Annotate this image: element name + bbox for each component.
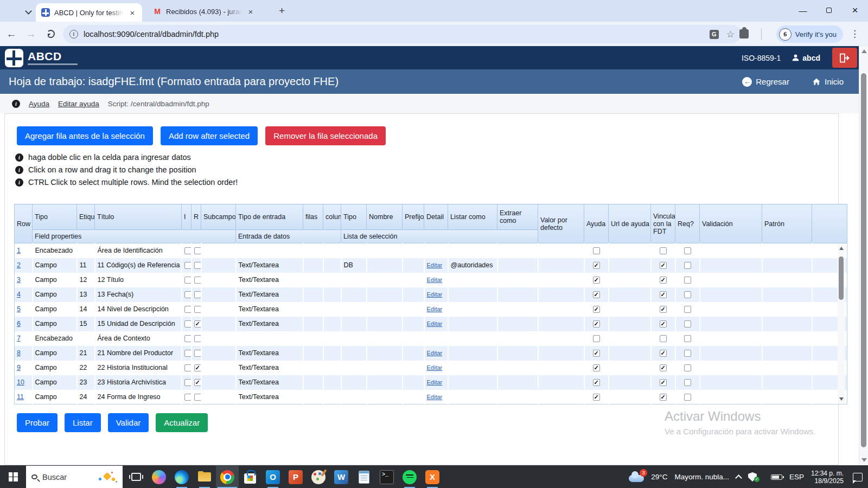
req-checkbox[interactable] — [684, 247, 691, 254]
cell-subcampos[interactable] — [201, 317, 236, 331]
table-row-9[interactable]: 9Campo2222 Historia InstitucionalText/Te… — [15, 361, 847, 375]
i-checkbox[interactable] — [184, 335, 192, 342]
cell-validacion[interactable] — [700, 375, 762, 390]
cell-url_ayuda[interactable] — [609, 243, 651, 258]
cell-url_ayuda[interactable] — [609, 331, 651, 346]
cell-etiqueta[interactable]: 22 — [77, 361, 95, 375]
cell-filas[interactable] — [303, 346, 323, 361]
logout-button[interactable] — [832, 48, 857, 68]
table-scrollbar[interactable] — [838, 245, 845, 403]
cell-columnas[interactable] — [323, 273, 341, 287]
cell-filas[interactable] — [303, 375, 323, 390]
cell-entrada[interactable] — [236, 243, 303, 258]
cell-etiqueta[interactable]: 13 — [77, 287, 95, 302]
cell-entrada[interactable]: Text/Textarea — [236, 302, 303, 317]
req-checkbox[interactable] — [684, 306, 691, 313]
taskbar-app-chrome[interactable] — [216, 466, 239, 488]
cell-subcampos[interactable] — [201, 361, 236, 375]
back-icon[interactable]: ← — [3, 28, 20, 40]
cell-listar_como[interactable] — [448, 331, 497, 346]
cell-titulo[interactable]: Área de Identificación — [95, 243, 182, 258]
cell-ayuda[interactable] — [584, 317, 609, 331]
forward-icon[interactable]: → — [23, 28, 39, 40]
cell-extraer_como[interactable] — [497, 361, 538, 375]
cell-vincular[interactable] — [651, 317, 675, 331]
cell-tipo[interactable]: Campo — [33, 273, 77, 287]
cell-detail[interactable]: Editar — [424, 375, 448, 390]
table-row-1[interactable]: 1EncabezadoÁrea de Identificación — [15, 243, 847, 258]
ayuda-checkbox[interactable] — [593, 291, 600, 298]
row-number-link[interactable]: 6 — [17, 320, 21, 328]
cell-r[interactable] — [192, 317, 201, 331]
cell-row[interactable]: 11 — [15, 390, 33, 404]
editar-link[interactable]: Editar — [427, 350, 443, 356]
cell-tipo_sel[interactable] — [341, 361, 367, 375]
cell-etiqueta[interactable]: 24 — [77, 390, 95, 404]
cell-url_ayuda[interactable] — [609, 258, 651, 273]
cell-entrada[interactable]: Text/Textarea — [236, 287, 303, 302]
r-checkbox[interactable] — [194, 379, 201, 386]
translate-icon[interactable]: G — [710, 30, 719, 39]
i-checkbox[interactable] — [184, 306, 192, 313]
ayuda-checkbox[interactable] — [593, 350, 600, 357]
taskbar-app-task-view[interactable] — [125, 466, 148, 488]
cell-tipo_sel[interactable] — [341, 390, 367, 404]
cell-prefijo[interactable] — [403, 375, 424, 390]
cell-etiqueta[interactable]: 21 — [77, 346, 95, 361]
cell-entrada[interactable]: Text/Textarea — [236, 375, 303, 390]
row-number-link[interactable]: 11 — [17, 393, 24, 401]
cell-ayuda[interactable] — [584, 361, 609, 375]
r-checkbox[interactable] — [194, 262, 201, 269]
cell-r[interactable] — [192, 375, 201, 390]
cell-patron[interactable] — [762, 331, 812, 346]
req-checkbox[interactable] — [684, 320, 691, 328]
app-logo[interactable]: ABCD — [28, 51, 78, 65]
cell-i[interactable] — [182, 346, 192, 361]
cell-vincular[interactable] — [651, 346, 675, 361]
cell-ayuda[interactable] — [584, 273, 609, 287]
address-bar[interactable]: i localhost:9090/central/dbadmin/fdt.php… — [63, 25, 741, 43]
cell-entrada[interactable]: Text/Textarea — [236, 273, 303, 287]
cell-ayuda[interactable] — [584, 258, 609, 273]
cell-listar_como[interactable] — [448, 375, 497, 390]
taskbar-app-edge[interactable] — [170, 466, 193, 488]
cell-url_ayuda[interactable] — [609, 317, 651, 331]
notification-center-icon[interactable] — [853, 473, 863, 481]
cell-listar_como[interactable] — [448, 317, 497, 331]
cell-row[interactable]: 1 — [15, 243, 33, 258]
reload-icon[interactable] — [47, 30, 55, 38]
cell-columnas[interactable] — [323, 317, 341, 331]
cell-ayuda[interactable] — [584, 375, 609, 390]
table-scroll-down-icon[interactable] — [839, 397, 844, 401]
cell-tipo[interactable]: Campo — [33, 390, 77, 404]
cell-r[interactable] — [192, 331, 201, 346]
req-checkbox[interactable] — [684, 262, 691, 269]
cell-req[interactable] — [675, 346, 700, 361]
vincular-checkbox[interactable] — [660, 306, 667, 313]
cell-r[interactable] — [192, 287, 201, 302]
site-info-icon[interactable]: i — [69, 30, 78, 38]
cell-valor_defecto[interactable] — [538, 258, 584, 273]
cell-url_ayuda[interactable] — [609, 287, 651, 302]
button-probar[interactable]: Probar — [17, 413, 58, 432]
cell-extraer_como[interactable] — [497, 258, 538, 273]
cell-tipo_sel[interactable] — [341, 331, 367, 346]
vincular-checkbox[interactable] — [660, 247, 667, 254]
cell-url_ayuda[interactable] — [609, 346, 651, 361]
cell-valor_defecto[interactable] — [538, 273, 584, 287]
taskbar-app-paint[interactable] — [307, 466, 330, 488]
cell-validacion[interactable] — [700, 273, 762, 287]
taskbar-app-file-explorer[interactable] — [193, 466, 216, 488]
r-checkbox[interactable] — [194, 320, 201, 328]
cell-validacion[interactable] — [700, 317, 762, 331]
cell-req[interactable] — [675, 361, 700, 375]
table-row-3[interactable]: 3Campo1212 TítuloText/TextareaEditar — [15, 273, 847, 287]
cell-extraer_como[interactable] — [497, 375, 538, 390]
cell-tipo[interactable]: Campo — [33, 258, 77, 273]
cell-detail[interactable]: Editar — [424, 390, 448, 404]
taskbar-app-copilot[interactable] — [148, 466, 170, 488]
cell-r[interactable] — [192, 243, 201, 258]
cell-subcampos[interactable] — [201, 346, 236, 361]
row-number-link[interactable]: 1 — [17, 247, 21, 254]
scrollbar-thumb[interactable] — [861, 73, 866, 447]
